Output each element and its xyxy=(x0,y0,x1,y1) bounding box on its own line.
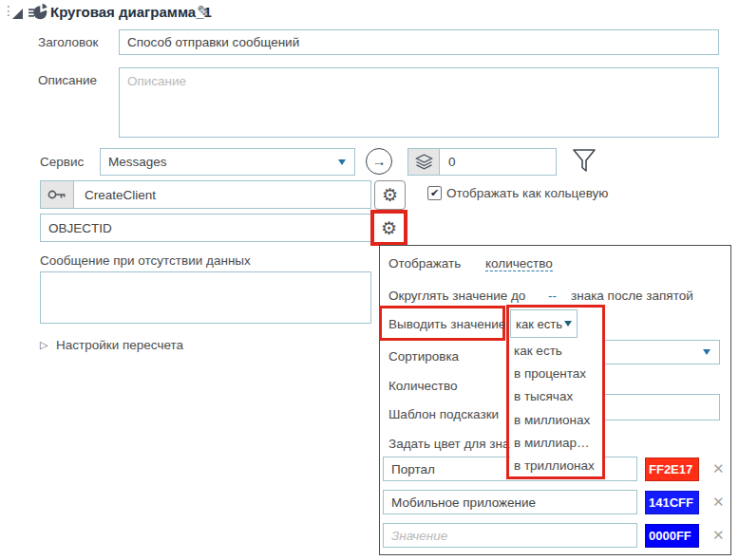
page-title: Круговая диаграмма_1 xyxy=(50,4,212,20)
no-data-textarea[interactable] xyxy=(40,271,371,324)
color-swatch-mobile-app[interactable]: 141CFF xyxy=(645,491,699,514)
layer-prefix xyxy=(408,149,440,175)
field-settings-popup: Отображать количество Округлять значение… xyxy=(379,245,731,555)
remove-color-row-icon[interactable]: ✕ xyxy=(712,495,725,509)
collapse-triangle-icon[interactable] xyxy=(12,9,23,19)
round-label: Округлять значение до xyxy=(388,289,525,303)
tooltip-template-label: Шаблон подсказки xyxy=(388,407,499,421)
color-swatch-portal[interactable]: FF2E17 xyxy=(645,457,699,481)
dropdown-option-trillions[interactable]: в триллионах xyxy=(510,455,603,477)
title-label: Заголовок xyxy=(38,35,98,49)
dropdown-option-millions[interactable]: в миллионах xyxy=(510,409,603,432)
color-swatch-new[interactable]: 0000FF xyxy=(645,524,699,548)
service-select-value: Messages xyxy=(101,155,338,169)
display-mode-link[interactable]: количество xyxy=(485,256,553,271)
edit-title-pencil-icon[interactable]: ✎ xyxy=(197,2,210,22)
key-icon xyxy=(47,187,67,202)
output-value-combobox-value: как есть xyxy=(511,317,564,331)
recalc-section-toggle[interactable]: Настройки пересчета xyxy=(56,338,183,352)
count-label: Количество xyxy=(388,379,458,393)
pie-chart-settings-panel: ⋮ Круговая диаграмма_1 ✎ Заголовок Описа… xyxy=(0,0,739,560)
round-suffix-label: знака после запятой xyxy=(571,289,693,303)
output-value-label: Выводить значение xyxy=(388,317,505,331)
dropdown-option-as-is[interactable]: как есть xyxy=(510,340,603,363)
filter-icon[interactable] xyxy=(571,147,597,174)
gear-icon: ⚙ xyxy=(381,219,397,237)
dropdown-option-percent[interactable]: в процентах xyxy=(510,363,603,385)
output-value-dropdown-list: как есть в процентах в тысячах в миллион… xyxy=(510,338,603,479)
field-settings-button-highlighted[interactable]: ⚙ xyxy=(370,210,407,246)
set-color-label: Задать цвет для зна xyxy=(388,437,509,451)
output-value-combobox[interactable]: как есть xyxy=(510,309,578,338)
remove-color-row-icon[interactable]: ✕ xyxy=(712,461,725,476)
color-name-input-mobile-app[interactable] xyxy=(383,490,637,514)
donut-checkbox[interactable]: ✔ xyxy=(427,186,442,200)
layers-icon xyxy=(414,153,434,171)
no-data-label: Сообщение при отсутствии данных xyxy=(40,253,251,268)
description-textarea[interactable] xyxy=(119,67,719,138)
key-prefix xyxy=(41,181,74,208)
key-settings-button[interactable]: ⚙ xyxy=(374,180,406,210)
round-value-link[interactable]: -- xyxy=(548,289,557,303)
donut-checkbox-label: Отображать как кольцевую xyxy=(446,186,608,200)
expand-caret-icon[interactable]: ▷ xyxy=(40,339,47,351)
arrow-right-icon: → xyxy=(372,154,387,168)
color-name-input-new[interactable] xyxy=(383,523,637,548)
chevron-down-icon xyxy=(564,321,572,327)
key-field-input[interactable] xyxy=(40,180,371,209)
pie-chart-icon xyxy=(28,3,47,20)
chevron-down-icon xyxy=(703,349,711,355)
dropdown-option-thousands[interactable]: в тысячах xyxy=(510,385,603,408)
go-to-service-button[interactable]: → xyxy=(366,148,392,175)
sort-label: Сортировка xyxy=(388,349,459,364)
service-label: Сервис xyxy=(40,155,84,169)
service-select[interactable]: Messages xyxy=(100,148,355,176)
value-field-input[interactable] xyxy=(40,214,371,242)
gear-icon: ⚙ xyxy=(382,186,398,204)
remove-color-row-icon[interactable]: ✕ xyxy=(712,528,725,542)
checkmark-icon: ✔ xyxy=(430,188,439,198)
chevron-down-icon xyxy=(338,159,346,165)
description-label: Описание xyxy=(38,73,97,87)
display-label: Отображать xyxy=(388,256,461,271)
dropdown-option-billions[interactable]: в миллиар… xyxy=(510,432,603,455)
title-input[interactable] xyxy=(119,29,719,55)
